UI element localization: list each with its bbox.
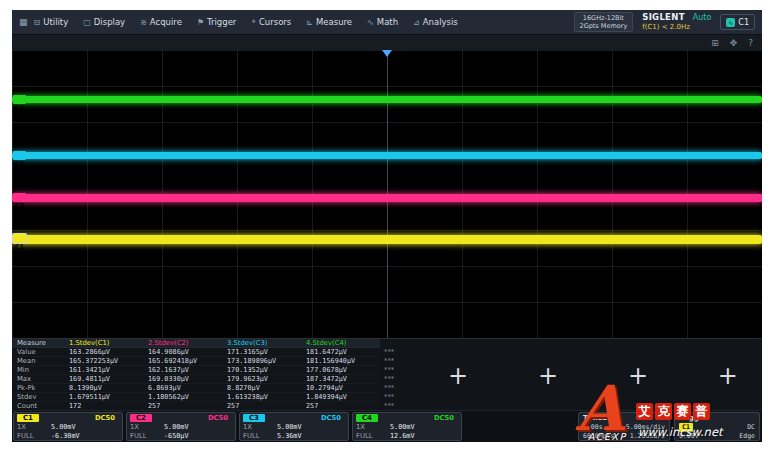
measure-cell: 161.3421µV — [64, 366, 143, 375]
menu-item-label: Analysis — [423, 17, 458, 27]
measure-cell: 181.156940µV — [301, 357, 380, 366]
measure-row-label: Mean — [12, 357, 64, 366]
measure-row-label: Value — [12, 348, 64, 357]
menu-item-label: Acquire — [150, 17, 182, 27]
help-icon[interactable]: ? — [748, 36, 753, 50]
empty-measure-value: *** — [384, 393, 394, 402]
trigger-position-marker[interactable] — [382, 50, 392, 57]
channel-tag-label: C3 — [15, 160, 24, 168]
memory-label: 2Gpts Memory — [580, 22, 628, 30]
histogram-cross-icon: + — [538, 362, 558, 390]
measure-row-label: Stdev — [12, 393, 64, 402]
acquisition-mode-badge[interactable]: Auto — [693, 13, 712, 22]
waveform-display[interactable]: C4 C3 C2 C1 — [12, 50, 762, 338]
watermark: A ACEXP 艾 克 赛 普 www.incsw.net — [576, 390, 772, 450]
channel-chip: C3 — [243, 414, 265, 422]
scale-value: 5.00mV — [386, 423, 458, 431]
channel-offset-marker-c2[interactable]: C2 — [13, 193, 26, 202]
measure-cell: 179.9623µV — [222, 375, 301, 384]
channel-offset-marker-c4[interactable]: C4 — [13, 95, 26, 104]
measure-cell: 8.8270µV — [222, 384, 301, 393]
probe-label: 1X — [356, 423, 386, 431]
histogram-cross-icon: + — [718, 362, 738, 390]
menu-item-label: Utility — [43, 17, 68, 27]
coupling-label: DC50 — [160, 414, 232, 422]
scale-value: 5.00mV — [47, 423, 119, 431]
empty-measure-value: *** — [384, 357, 394, 366]
trigger-level-marker[interactable] — [756, 194, 762, 202]
scale-value: 5.00mV — [273, 423, 345, 431]
channel-chip: C2 — [130, 414, 152, 422]
measure-cell: 173.189896µV — [222, 357, 301, 366]
trace-c4 — [12, 96, 762, 103]
secondary-toolbar: ⊞ ✥ ? — [12, 34, 762, 50]
acquire-icon: ≋ — [140, 18, 147, 27]
empty-measure-value: *** — [384, 348, 394, 357]
menu-item-label: Math — [377, 17, 398, 27]
active-channel-badge[interactable]: ∿ C1 — [720, 14, 755, 30]
menu-item-acquire[interactable]: ≋ Acquire — [140, 17, 182, 27]
menu-item-analysis[interactable]: ⊿ Analysis — [413, 17, 458, 27]
menu-item-utility[interactable]: ⊟ Utility — [34, 17, 69, 27]
menu-item-display[interactable]: ▢ Display — [83, 17, 125, 27]
offset-value: -650µV — [160, 432, 232, 440]
menu-item-measure[interactable]: ⊾ Measure — [306, 17, 352, 27]
scale-value: 5.00mV — [160, 423, 232, 431]
menu-item-trigger[interactable]: ⚑ Trigger — [197, 17, 237, 27]
histogram-cross-icon: + — [448, 362, 468, 390]
watermark-cn-char: 克 — [655, 403, 672, 420]
coupling-label: DC50 — [47, 414, 119, 422]
empty-measure-value: *** — [384, 384, 394, 393]
menu-item-math[interactable]: ∿ Math — [367, 17, 398, 27]
channel-descriptor-c4[interactable]: C4 DC50 1X 5.00mV FULL 12.6mV — [352, 412, 462, 441]
bandwidth-label: FULL — [17, 432, 47, 440]
channel-tag-label: C4 — [15, 104, 24, 112]
channel-tag-label: C2 — [15, 202, 24, 210]
status-cluster: 16GHz-12Bit 2Gpts Memory SIGLENT Auto f(… — [574, 12, 756, 32]
brand-block: SIGLENT Auto f(C1) < 2.0Hz — [642, 13, 711, 32]
menu-item-label: Trigger — [207, 17, 236, 27]
watermark-cn-char: 艾 — [636, 403, 653, 420]
channel-tag-label: C1 — [15, 243, 24, 251]
frequency-counter: f(C1) < 2.0Hz — [642, 23, 711, 32]
channel-descriptor-c1[interactable]: C1 DC50 1X 5.00mV FULL -6.30mV — [13, 412, 123, 441]
measure-cell: 187.3472µV — [301, 375, 380, 384]
watermark-brand-cn: 艾 克 赛 普 — [636, 403, 710, 420]
measure-col-header: 2.Stdev(C2) — [143, 339, 222, 348]
move-icon[interactable]: ✥ — [730, 36, 738, 50]
probe-label: 1X — [243, 423, 273, 431]
empty-measure-value: *** — [384, 375, 394, 384]
offset-value: -6.30mV — [47, 432, 119, 440]
home-menu-icon[interactable]: ▦ — [19, 17, 28, 27]
measure-cell: 164.9086µV — [143, 348, 222, 357]
channel-chip: C4 — [356, 414, 378, 422]
measure-cell: 177.0678µV — [301, 366, 380, 375]
menu-items: ⊟ Utility ▢ Display ≋ Acquire ⚑ Trigger … — [34, 17, 458, 27]
measure-cell: 162.1637µV — [143, 366, 222, 375]
menu-item-label: Cursors — [259, 17, 291, 27]
coupling-label: DC50 — [273, 414, 345, 422]
measure-cell: 169.0330µV — [143, 375, 222, 384]
system-info-badge[interactable]: 16GHz-12Bit 2Gpts Memory — [574, 12, 634, 32]
histogram-cross-icon: + — [628, 362, 648, 390]
watermark-cn-char: 普 — [693, 403, 710, 420]
measure-cell: 165.692418µV — [143, 357, 222, 366]
empty-measure-value: *** — [384, 366, 394, 375]
measure-row-label: Min — [12, 366, 64, 375]
menu-item-cursors[interactable]: ⌖ Cursors — [251, 17, 291, 27]
measure-cell: 1.180562µV — [143, 393, 222, 402]
channel-offset-marker-c3[interactable]: C3 — [13, 151, 26, 160]
channel-descriptor-c3[interactable]: C3 DC50 1X 5.00mV FULL 5.36mV — [239, 412, 349, 441]
math-icon: ∿ — [367, 18, 374, 27]
probe-label: 1X — [130, 423, 160, 431]
measure-row-label: Max — [12, 375, 64, 384]
measure-cell: 169.4811µV — [64, 375, 143, 384]
measure-cell: 171.3165µV — [222, 348, 301, 357]
channel-offset-marker-c1[interactable]: C1 — [13, 234, 26, 243]
channel-descriptor-c2[interactable]: C2 DC50 1X 5.00mV FULL -650µV — [126, 412, 236, 441]
grid-icon[interactable]: ⊞ — [711, 36, 719, 50]
cursors-icon: ⌖ — [251, 17, 256, 27]
menu-bar: ▦ ⊟ Utility ▢ Display ≋ Acquire ⚑ Trigge… — [12, 10, 762, 34]
measure-col-header: 4.Stdev(C4) — [301, 339, 380, 348]
coupling-label: DC50 — [386, 414, 458, 422]
